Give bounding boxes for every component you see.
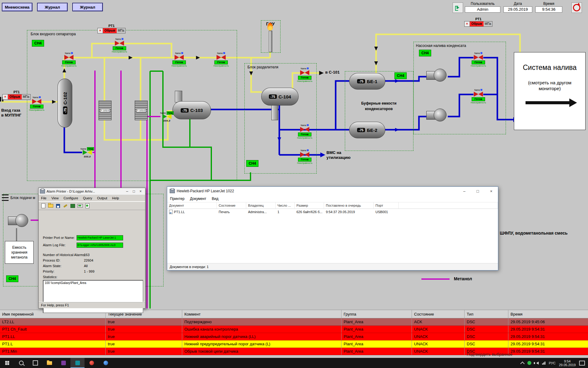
- pt1-alarm-tag[interactable]: PT1 × Обрыв МПа: [2, 90, 31, 100]
- valve-flag-icon: [307, 149, 309, 151]
- ch4-badge: CH4: [32, 40, 44, 47]
- stat-value: All: [84, 264, 88, 268]
- alarm-row[interactable]: PT1.L true Нижний предупредительный поро…: [0, 340, 588, 348]
- menu-query[interactable]: Query: [81, 195, 95, 201]
- new-file-icon[interactable]: [40, 203, 46, 209]
- save-icon[interactable]: [55, 203, 61, 209]
- col-document[interactable]: Документ: [167, 202, 217, 209]
- volume-icon[interactable]: [535, 362, 539, 365]
- cell-owner: Administra...: [246, 210, 276, 214]
- valve-fault-label: Неисправность: [107, 50, 132, 53]
- valve-name: Name: [217, 52, 223, 54]
- log-file-value[interactable]: D:\Logger Arhiv\19052908.ALD: [77, 243, 123, 248]
- minimize-icon[interactable]: –: [124, 189, 130, 194]
- confirm-selected-button[interactable]: Подтвердить выбранное: [467, 352, 512, 357]
- menu-help[interactable]: Help: [110, 195, 122, 201]
- queue-row[interactable]: PT1.LL Печать Administra... 1 626 байт/6…: [167, 209, 498, 215]
- valve-fault-label: Неисправность: [466, 101, 491, 104]
- pid-valve[interactable]: Name ПИД###.#: [155, 111, 179, 122]
- valve[interactable]: NameГотовНеисправность: [209, 52, 233, 67]
- valve-icon: [473, 55, 483, 60]
- browser-icon[interactable]: [85, 358, 99, 368]
- mail-icon[interactable]: [77, 203, 83, 209]
- valve-fault-label: Неисправность: [292, 80, 317, 82]
- close-icon[interactable]: ×: [137, 189, 144, 194]
- search-icon[interactable]: [14, 358, 28, 368]
- user-value[interactable]: Admin: [465, 6, 500, 13]
- pid-valve[interactable]: Name ПИД###.#: [75, 147, 100, 158]
- menu-printer[interactable]: Принтер: [167, 195, 187, 202]
- menu-icon[interactable]: [2, 194, 9, 201]
- col-owner[interactable]: Владелец: [246, 202, 276, 209]
- log-icon[interactable]: [70, 203, 76, 209]
- journal-button-2[interactable]: Журнал: [72, 3, 103, 11]
- col-size[interactable]: Размер: [295, 202, 324, 209]
- open-file-icon[interactable]: [47, 203, 54, 209]
- col-state[interactable]: Состояние: [412, 310, 465, 318]
- alarm-row[interactable]: PT1.LL true Нижний аварийный порог датчи…: [0, 333, 588, 340]
- col-comment[interactable]: Коммент: [182, 310, 341, 318]
- file-explorer-icon[interactable]: [42, 358, 56, 368]
- col-state[interactable]: Состояние: [217, 202, 246, 209]
- valve[interactable]: NameГотовНеисправность: [292, 124, 317, 139]
- exit-icon[interactable]: [571, 2, 582, 13]
- app-icon[interactable]: [99, 358, 113, 368]
- alarm-row[interactable]: LT2.LL true Подтверждено Plant_Area ACK …: [0, 318, 588, 326]
- login-icon[interactable]: [453, 2, 463, 13]
- task-view-icon[interactable]: [28, 358, 42, 368]
- visual-studio-icon[interactable]: [56, 358, 70, 368]
- col-group[interactable]: Группа: [341, 310, 412, 318]
- ch4-badge: CH4: [6, 275, 18, 282]
- tray-expand-icon[interactable]: [520, 361, 525, 366]
- tag-name: PT1: [464, 17, 492, 21]
- buffer-caption-line2: конденсаторов: [347, 107, 410, 111]
- report-icon[interactable]: [84, 203, 90, 209]
- valve[interactable]: NameГотовНеисправность: [466, 89, 491, 104]
- fault-x-icon: ×: [98, 28, 103, 33]
- valve-ready-badge: Готов: [30, 105, 43, 109]
- menu-view[interactable]: View: [49, 195, 61, 201]
- col-time[interactable]: Время: [508, 310, 588, 318]
- notification-center-icon[interactable]: [579, 361, 585, 366]
- col-type[interactable]: Тип: [465, 310, 508, 318]
- menu-document[interactable]: Документ: [187, 195, 209, 202]
- valve-fault-label: Неисправность: [57, 64, 81, 67]
- valve[interactable]: NameГотовНеисправность: [167, 52, 191, 67]
- menu-output[interactable]: Output: [95, 195, 110, 201]
- valve[interactable]: NameГотовНеисправность: [292, 149, 317, 164]
- pt1-alarm-tag[interactable]: PT1 × Обрыв МПа: [464, 17, 492, 27]
- menu-configure[interactable]: Configure: [61, 195, 81, 201]
- scada-app-icon[interactable]: [70, 358, 85, 368]
- network-icon[interactable]: [542, 362, 545, 365]
- antivirus-icon[interactable]: [527, 361, 531, 365]
- close-icon[interactable]: ×: [484, 187, 498, 195]
- language-indicator[interactable]: РУС: [549, 361, 556, 365]
- menu-file[interactable]: File: [39, 195, 49, 201]
- menu-view[interactable]: Вид: [209, 195, 221, 202]
- journal-button-1[interactable]: Журнал: [37, 3, 68, 11]
- minimize-icon[interactable]: –: [458, 187, 471, 195]
- col-pages[interactable]: Число ...: [276, 202, 295, 209]
- taskbar-clock[interactable]: 9:54 29.05.2019: [559, 359, 576, 367]
- valve[interactable]: NameГотовНеисправность: [107, 38, 132, 53]
- maximize-icon[interactable]: □: [130, 189, 137, 194]
- printer-queue-titlebar[interactable]: Hewlett-Packard HP LaserJet 1022 – □ ×: [167, 187, 498, 195]
- start-button[interactable]: [0, 358, 14, 368]
- heat-exchanger-t101-2: Т-101/2: [135, 101, 148, 120]
- mnemoscheme-button[interactable]: Мнемосхема: [2, 3, 32, 11]
- key-icon[interactable]: [62, 203, 68, 209]
- gas-inlet-label: Вход газа в МУППНГ: [1, 108, 21, 118]
- valve[interactable]: NameГотовНеисправность: [292, 67, 317, 82]
- temp-badge: -75: [269, 94, 277, 99]
- col-port[interactable]: Порт: [374, 202, 399, 209]
- valve[interactable]: NameГотовНеисправность: [57, 52, 81, 67]
- alarm-row[interactable]: PT1 Ch_Fault true Ошибка канала контролл…: [0, 326, 588, 333]
- valve[interactable]: NameГотовНеисправность: [466, 52, 491, 67]
- maximize-icon[interactable]: □: [471, 187, 484, 195]
- pt1-alarm-tag[interactable]: PT1 × Обрыв МПа: [97, 24, 126, 33]
- valve-ready-badge: Готов: [298, 158, 311, 162]
- alarm-printer-titlebar[interactable]: Alarm Printer - D:\Logger Arhiv... – □ ×: [39, 188, 145, 195]
- vessel-be1: -75БЕ-1: [349, 73, 385, 90]
- printer-port-value[interactable]: Hewlett-Packard HP LaserJet 1: [77, 235, 123, 240]
- col-submitted[interactable]: Поставлено в очередь: [324, 202, 374, 209]
